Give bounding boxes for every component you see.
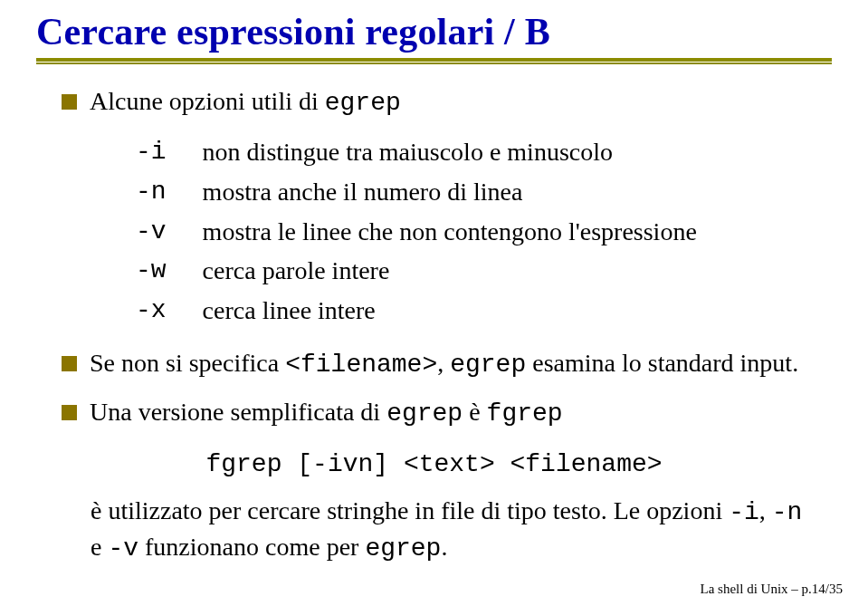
title-rule-thin <box>36 63 832 64</box>
code-inline: egrep <box>365 534 441 563</box>
slide-title: Cercare espressioni regolari / B <box>36 11 832 53</box>
option-desc: mostra anche il numero di linea <box>203 175 697 209</box>
option-row: -v mostra le linee che non contengono l'… <box>136 215 697 249</box>
page-footer: La shell di Unix – p.14/35 <box>701 582 844 597</box>
code-inline: -v <box>108 534 138 563</box>
option-row: -x cerca linee intere <box>136 293 697 328</box>
option-row: -n mostra anche il numero di linea <box>136 175 697 209</box>
text: , <box>437 349 450 377</box>
text: è utilizzato per cercare stringhe in fil… <box>91 496 729 524</box>
bullet-marker <box>62 94 77 110</box>
slide-content: Alcune opzioni utili di egrep -i non dis… <box>36 84 832 566</box>
option-desc: cerca linee intere <box>203 293 697 328</box>
options-table: -i non distingue tra maiuscolo e minusco… <box>136 130 697 333</box>
text: funzionano come per <box>138 533 365 561</box>
bullet-text: Se non si specifica <filename>, egrep es… <box>90 346 832 382</box>
option-flag: -n <box>136 175 203 209</box>
code-inline: egrep <box>386 399 463 428</box>
option-flag: -w <box>136 254 203 288</box>
bullet-1: Alcune opzioni utili di egrep <box>62 84 832 120</box>
bullet-text: Una versione semplificata di egrep è fgr… <box>90 395 832 431</box>
bullet-text: Alcune opzioni utili di egrep <box>90 84 832 120</box>
option-flag: -x <box>136 293 203 328</box>
slide: Cercare espressioni regolari / B Alcune … <box>0 0 868 606</box>
text: Alcune opzioni utili di <box>90 87 325 115</box>
bullet-marker <box>62 356 77 371</box>
code-block: fgrep [-ivn] <text> <filename> <box>36 447 832 482</box>
code-inline: -i <box>729 498 759 526</box>
title-rule-thick <box>36 58 832 62</box>
bullet-marker <box>62 405 77 420</box>
text: . <box>441 533 447 561</box>
option-desc: cerca parole intere <box>203 254 697 288</box>
text: Una versione semplificata di <box>90 398 386 426</box>
text: , <box>759 496 772 524</box>
option-flag: -v <box>136 215 203 249</box>
text: è <box>463 398 486 426</box>
text: Se non si specifica <box>90 349 285 377</box>
option-row: -w cerca parole intere <box>136 254 697 288</box>
text: esamina lo standard input. <box>526 349 798 377</box>
code-inline: egrep <box>325 89 401 117</box>
tail-paragraph: è utilizzato per cercare stringhe in fil… <box>91 494 832 566</box>
code-inline: fgrep <box>487 399 563 428</box>
option-desc: mostra le linee che non contengono l'esp… <box>203 215 697 249</box>
text: e <box>91 533 108 561</box>
code-inline: egrep <box>450 351 526 379</box>
option-row: -i non distingue tra maiuscolo e minusco… <box>136 135 697 169</box>
code-inline: <filename> <box>285 351 437 379</box>
bullet-3: Una versione semplificata di egrep è fgr… <box>62 395 832 431</box>
option-flag: -i <box>136 135 203 169</box>
code-inline: -n <box>772 498 803 526</box>
bullet-2: Se non si specifica <filename>, egrep es… <box>62 346 832 382</box>
option-desc: non distingue tra maiuscolo e minuscolo <box>203 135 697 169</box>
